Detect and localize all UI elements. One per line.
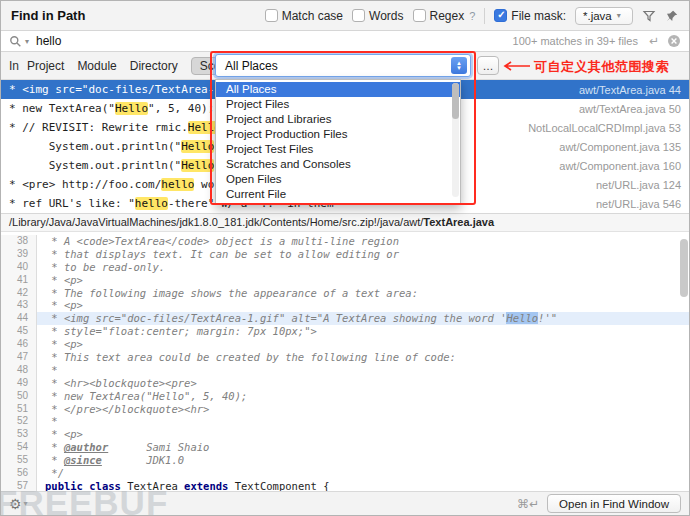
search-input[interactable]: hello [36,34,61,48]
line-code: */ [37,467,689,480]
scope-option[interactable]: Project Production Files [216,127,460,142]
line-code: * that displays text. It can be set to a… [37,248,689,261]
newline-icon[interactable]: ↵ [649,34,659,48]
match-highlight: hello [135,197,168,210]
result-location: awt/TextArea.java 44 [567,84,681,96]
line-code: * [37,415,689,428]
result-text: * new TextArea("Hello", 5, 40); [9,102,214,115]
scrollbar-thumb[interactable] [680,239,688,297]
scope-option[interactable]: Scratches and Consoles [216,157,460,172]
red-arrow-icon [502,61,530,71]
scope-combo-overlay: All Places ▲▼ All PlacesProject FilesPro… [215,54,471,77]
line-code: * A <code>TextArea</code> object is a mu… [37,235,689,248]
words-label: Words [369,9,403,23]
chevron-down-icon: ▾ [617,11,621,20]
scope-combobox[interactable]: All Places ▲▼ [215,54,471,77]
editor-line: 54 * @author Sami Shaio [1,441,689,454]
result-location: awt/Component.java 135 [547,141,681,153]
chevron-down-icon: ▾ [24,499,28,508]
separator [484,8,485,24]
line-code: * style="float:center; margin: 7px 10px;… [37,325,689,338]
editor-line: 53 * <p> [1,428,689,441]
line-code: * @since JDK1.0 [37,454,689,467]
scope-option[interactable]: Project Test Files [216,142,460,157]
scope-option[interactable]: Project and Libraries [216,112,460,127]
search-icon [9,35,22,48]
scope-dropdown-list: All PlacesProject FilesProject and Libra… [215,79,461,205]
line-number: 54 [1,441,37,454]
line-code: * This text area could be created by the… [37,351,689,364]
search-options: Match case Words Regex ? File mask: *.ja… [265,7,679,25]
editor-scrollbar[interactable] [680,239,688,329]
editor-line: 41 * <p> [1,274,689,287]
scope-option[interactable]: Open Files [216,172,460,187]
scope-option[interactable]: Current File [216,187,460,202]
file-mask-label: File mask: [511,9,566,23]
result-text: System.out.println("Hello The [9,159,241,172]
line-number: 50 [1,390,37,403]
file-mask-option[interactable]: File mask: [494,9,566,23]
search-history-chevron-icon[interactable]: ▾ [25,37,29,46]
line-code: * <p> [37,299,689,312]
clear-search-icon[interactable] [667,34,681,48]
editor-line: 55 * @since JDK1.0 [1,454,689,467]
title-bar: Find in Path Match case Words Regex ? Fi… [1,1,689,30]
filter-icon[interactable] [642,9,656,23]
line-number: 47 [1,351,37,364]
find-in-path-dialog: Find in Path Match case Words Regex ? Fi… [0,0,690,516]
open-in-find-window-button[interactable]: Open in Find Window [547,494,681,513]
match-highlight: hello [161,178,194,191]
search-field[interactable]: ▾ hello 100+ matches in 39+ files ↵ [1,30,689,52]
regex-help-icon[interactable]: ? [469,10,475,22]
combo-arrows-icon: ▲▼ [451,57,467,74]
scrollbar-thumb[interactable] [452,83,459,119]
editor-code[interactable]: 38 * A <code>TextArea</code> object is a… [1,232,689,493]
editor-line: 47 * This text area could be created by … [1,351,689,364]
file-mask-checkbox[interactable] [494,9,507,22]
scope-tab-module[interactable]: Module [77,58,116,74]
words-checkbox[interactable] [352,9,365,22]
regex-checkbox[interactable] [413,9,426,22]
gear-icon[interactable]: ⚙▾ [9,496,28,512]
line-number: 38 [1,235,37,248]
editor-line: 50 * new TextArea("Hello", 5, 40); [1,390,689,403]
result-location: awt/Component.java 160 [547,160,681,172]
editor-line: 44 * <img src="doc-files/TextArea-1.gif"… [1,312,689,325]
match-case-option[interactable]: Match case [265,9,343,23]
footer-bar: ⚙▾ ⌘↵ Open in Find Window [1,491,689,515]
scope-option[interactable]: All Places [216,82,460,97]
line-code: * new TextArea("Hello", 5, 40); [37,390,689,403]
file-name: TextArea.java [423,216,494,228]
editor-line: 46 * <p> [1,338,689,351]
scope-tab-directory[interactable]: Directory [130,58,178,74]
more-scopes-button[interactable]: … [477,56,499,75]
editor-line: 48 * [1,364,689,377]
line-code: * The following image shows the appearan… [37,287,689,300]
line-number: 39 [1,248,37,261]
line-code: * to be read-only. [37,261,689,274]
line-number: 41 [1,274,37,287]
path-bar: /Library/Java/JavaVirtualMachines/jdk1.8… [1,213,689,232]
scope-option[interactable]: Project Files [216,97,460,112]
line-code: * <p> [37,274,689,287]
line-number: 52 [1,415,37,428]
match-case-checkbox[interactable] [265,9,278,22]
pin-icon[interactable] [665,9,679,23]
regex-option[interactable]: Regex ? [413,9,476,23]
line-code: * <img src="doc-files/TextArea-1.gif" al… [37,312,689,325]
line-number: 56 [1,467,37,480]
match-highlight: Hello [181,159,214,172]
line-number: 42 [1,287,37,300]
result-location: net/URL.java 546 [584,198,681,210]
scope-tab-project[interactable]: Project [27,58,64,74]
dropdown-scrollbar[interactable] [452,83,459,197]
line-code: * <p> [37,428,689,441]
line-code: * </pre></blockquote><hr> [37,403,689,416]
words-option[interactable]: Words [352,9,403,23]
match-highlight: Hello [115,102,148,115]
editor-line: 51 * </pre></blockquote><hr> [1,403,689,416]
line-number: 55 [1,454,37,467]
line-code: * [37,364,689,377]
line-number: 44 [1,312,37,325]
file-mask-select[interactable]: *.java ▾ [575,7,633,25]
